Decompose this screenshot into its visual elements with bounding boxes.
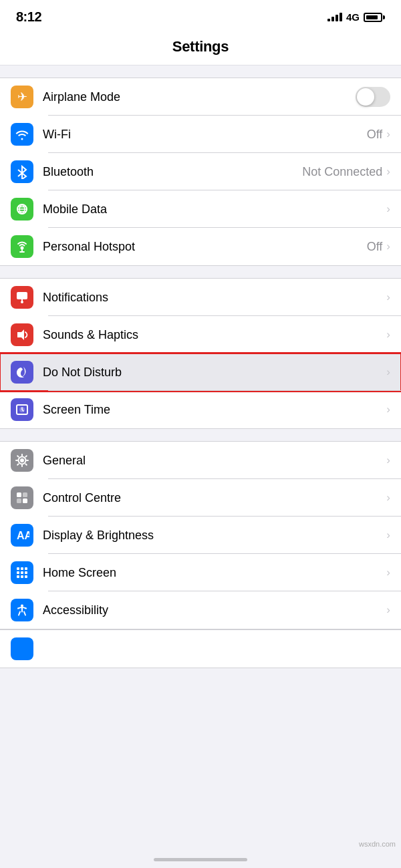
control-svg [15,490,29,505]
mobile-data-icon [11,198,33,221]
svg-rect-18 [17,492,21,497]
homescreen-svg [15,565,29,580]
settings-group-notifications: Notifications › Sounds & Haptics › D [0,278,401,429]
display-svg: AA [15,528,29,543]
svg-rect-23 [17,567,19,570]
svg-rect-29 [17,575,19,578]
setting-row-display-brightness[interactable]: AA Display & Brightness › [0,517,401,554]
hotspot-svg [15,239,29,254]
svg-rect-27 [21,571,23,574]
bluetooth-svg [15,164,29,179]
accessibility-chevron: › [386,603,390,617]
moon-svg [15,365,29,380]
setting-row-partial[interactable] [0,630,401,668]
hotspot-icon [11,235,33,258]
wifi-label: Wi-Fi [43,128,367,142]
notifications-chevron: › [386,291,390,304]
section-partial [0,629,401,668]
watermark: wsxdn.com [359,840,396,848]
status-time: 8:12 [16,9,41,25]
control-centre-label: Control Centre [43,491,386,505]
sounds-haptics-chevron: › [386,328,390,341]
display-icon: AA [11,524,33,547]
accessibility-label: Accessibility [43,603,386,617]
svg-point-32 [21,605,23,607]
setting-row-general[interactable]: General › [0,442,401,479]
bluetooth-chevron: › [386,165,390,178]
setting-row-mobile-data[interactable]: Mobile Data › [0,190,401,228]
airplane-mode-toggle[interactable] [356,87,390,107]
mobile-svg [15,202,29,216]
airplane-symbol: ✈ [17,91,27,103]
section-connectivity: ✈ Airplane Mode Wi-Fi Off › [0,78,401,266]
setting-row-screen-time[interactable]: Screen Time › [0,391,401,428]
screentime-icon [11,398,33,421]
bluetooth-icon [11,160,33,183]
partial-icon [11,637,33,660]
wifi-icon [11,123,33,146]
control-centre-icon [11,486,33,509]
gear-svg [15,453,29,468]
svg-rect-19 [23,492,27,497]
airplane-mode-label: Airplane Mode [43,90,356,104]
svg-rect-21 [23,498,27,503]
settings-group-connectivity: ✈ Airplane Mode Wi-Fi Off › [0,78,401,266]
sounds-icon [11,323,33,346]
page-header: Settings [0,30,401,65]
display-brightness-label: Display & Brightness [43,529,386,543]
airplane-mode-icon: ✈ [11,86,33,108]
setting-row-personal-hotspot[interactable]: Personal Hotspot Off › [0,228,401,265]
battery-icon [364,13,385,22]
home-indicator [154,858,247,861]
wifi-chevron: › [386,128,390,141]
screen-time-label: Screen Time [43,403,386,417]
dnd-label: Do Not Disturb [43,366,386,380]
hotspot-chevron: › [386,240,390,253]
sounds-haptics-label: Sounds & Haptics [43,328,386,342]
setting-row-home-screen[interactable]: Home Screen › [0,554,401,591]
section-notifications: Notifications › Sounds & Haptics › D [0,278,401,429]
hotspot-value: Off [367,240,383,254]
setting-row-bluetooth[interactable]: Bluetooth Not Connected › [0,153,401,190]
setting-row-do-not-disturb[interactable]: Do Not Disturb › [0,353,401,391]
mobile-data-chevron: › [386,202,390,216]
bluetooth-value: Not Connected [302,165,382,179]
control-centre-chevron: › [386,491,390,504]
svg-rect-25 [25,567,27,570]
general-icon [11,449,33,472]
signal-bars-icon [327,13,342,21]
dnd-icon [11,361,33,384]
svg-text:AA: AA [17,530,29,541]
settings-group-general: General › Control Centre › AA [0,441,401,629]
screen-time-chevron: › [386,403,390,416]
notifications-icon [11,286,33,309]
mobile-data-label: Mobile Data [43,202,386,216]
status-icons: 4G [327,11,385,23]
svg-rect-28 [25,571,27,574]
general-label: General [43,454,386,468]
accessibility-icon [11,599,33,621]
bluetooth-label: Bluetooth [43,165,302,179]
svg-rect-20 [17,498,21,503]
dnd-chevron: › [386,366,390,379]
screentime-svg [15,402,29,417]
status-bar: 8:12 4G [0,0,401,30]
svg-point-16 [20,458,24,462]
home-screen-chevron: › [386,566,390,579]
section-general: General › Control Centre › AA [0,441,401,629]
svg-rect-31 [25,575,27,578]
svg-marker-13 [17,329,24,340]
notifications-label: Notifications [43,291,386,305]
wifi-svg [15,127,29,142]
homescreen-icon [11,561,33,584]
display-brightness-chevron: › [386,529,390,542]
setting-row-notifications[interactable]: Notifications › [0,279,401,316]
svg-rect-12 [21,299,23,301]
setting-row-wifi[interactable]: Wi-Fi Off › [0,116,401,153]
network-type-label: 4G [346,11,360,23]
setting-row-control-centre[interactable]: Control Centre › [0,479,401,517]
setting-row-accessibility[interactable]: Accessibility › [0,591,401,629]
home-screen-label: Home Screen [43,566,386,580]
setting-row-airplane-mode[interactable]: ✈ Airplane Mode [0,78,401,116]
setting-row-sounds-haptics[interactable]: Sounds & Haptics › [0,316,401,353]
